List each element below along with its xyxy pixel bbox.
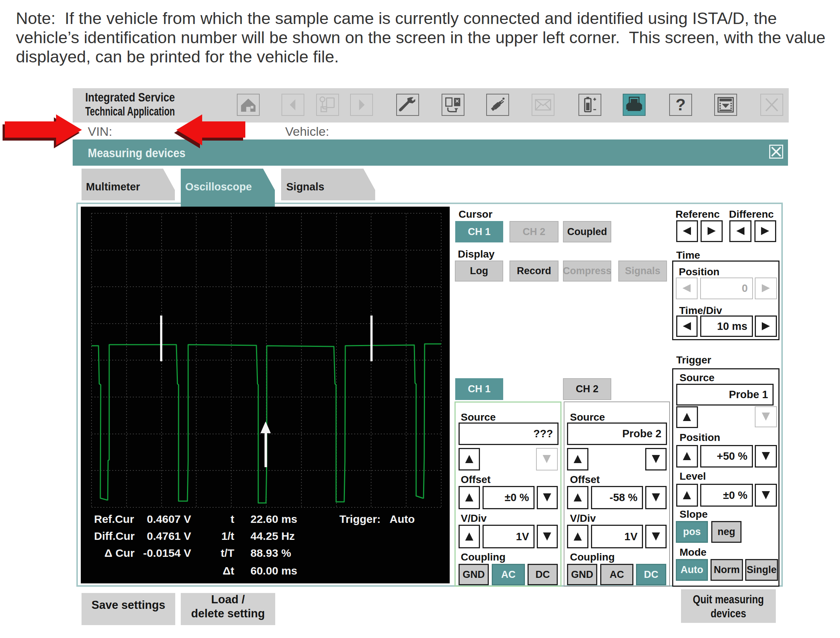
svg-text:?: ? [676, 95, 685, 114]
